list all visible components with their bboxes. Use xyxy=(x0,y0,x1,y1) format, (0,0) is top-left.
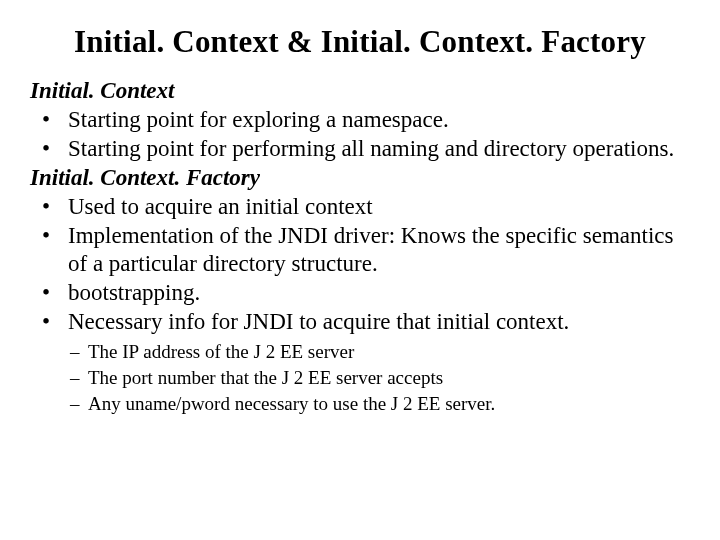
bullet-list-initial-context: Starting point for exploring a namespace… xyxy=(30,106,690,163)
list-item: Starting point for exploring a namespace… xyxy=(30,106,690,134)
sub-bullet-list: The IP address of the J 2 EE server The … xyxy=(30,340,690,416)
section-heading-initial-context-factory: Initial. Context. Factory xyxy=(30,165,690,191)
section-heading-initial-context: Initial. Context xyxy=(30,78,690,104)
list-item: The port number that the J 2 EE server a… xyxy=(30,366,690,391)
bullet-list-initial-context-factory: Used to acquire an initial context Imple… xyxy=(30,193,690,336)
slide-title: Initial. Context & Initial. Context. Fac… xyxy=(30,24,690,60)
list-item: Implementation of the JNDI driver: Knows… xyxy=(30,222,690,278)
list-item: Starting point for performing all naming… xyxy=(30,135,690,163)
slide: Initial. Context & Initial. Context. Fac… xyxy=(0,0,720,540)
list-item: Any uname/pword necessary to use the J 2… xyxy=(30,392,690,417)
list-item: Necessary info for JNDI to acquire that … xyxy=(30,308,690,336)
list-item: The IP address of the J 2 EE server xyxy=(30,340,690,365)
list-item: Used to acquire an initial context xyxy=(30,193,690,221)
list-item: bootstrapping. xyxy=(30,279,690,307)
